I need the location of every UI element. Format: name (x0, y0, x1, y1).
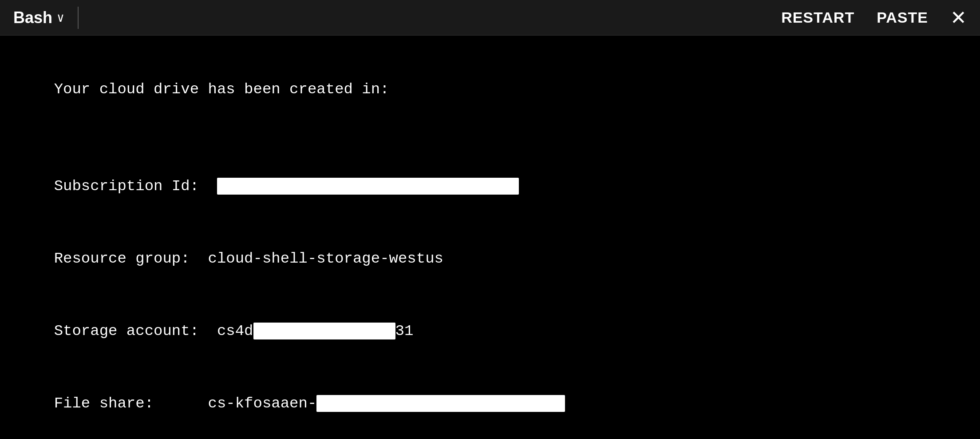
chevron-down-icon: ∨ (57, 10, 64, 25)
toolbar-actions: RESTART PASTE ✕ (781, 6, 967, 29)
close-button[interactable]: ✕ (950, 6, 967, 29)
shell-selector[interactable]: Bash ∨ (13, 8, 64, 27)
fileshare-line: File share: cs-kfosaaen- (18, 367, 962, 439)
subscription-line: Subscription Id: (18, 150, 962, 223)
storage-account-line: Storage account: cs4d 31 (18, 295, 962, 367)
subscription-id-redacted (217, 178, 519, 195)
paste-button[interactable]: PASTE (877, 9, 928, 26)
cloud-drive-created-line: Your cloud drive has been created in: (18, 53, 962, 126)
restart-button[interactable]: RESTART (781, 9, 854, 26)
fileshare-redacted (316, 395, 565, 412)
toolbar: Bash ∨ RESTART PASTE ✕ (0, 0, 980, 36)
empty-line-1 (18, 126, 962, 150)
resource-group-line: Resource group: cloud-shell-storage-west… (18, 223, 962, 295)
storage-account-redacted (253, 323, 395, 339)
terminal-output: Your cloud drive has been created in: Su… (0, 36, 980, 439)
shell-label: Bash (13, 8, 52, 27)
toolbar-divider (78, 7, 79, 29)
